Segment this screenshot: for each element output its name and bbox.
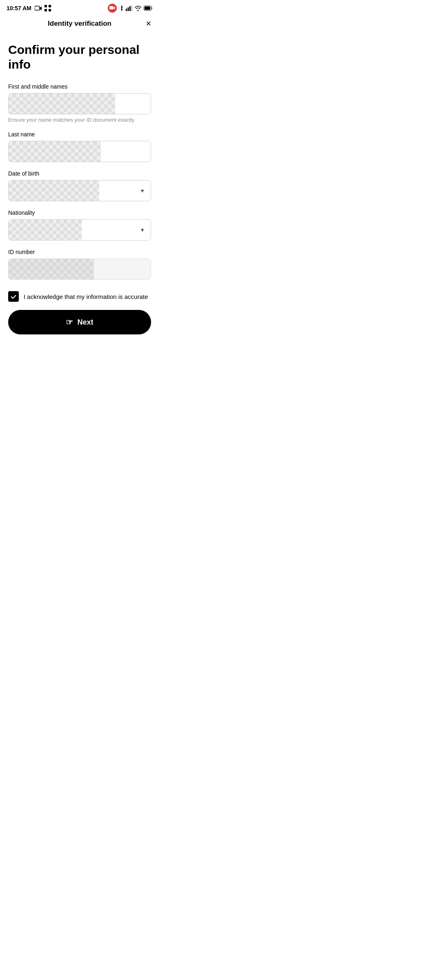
nationality-group: Nationality ▼ (8, 209, 151, 241)
dob-label: Date of birth (8, 170, 151, 177)
main-content: Confirm your personal info First and mid… (0, 33, 159, 343)
first-name-hint: Ensure your name matches your ID documen… (8, 117, 151, 123)
checkmark-icon (10, 293, 17, 300)
status-bar: 10:57 AM (0, 0, 159, 15)
svg-rect-1 (45, 5, 47, 7)
grid-icon (45, 5, 51, 11)
svg-rect-5 (109, 6, 113, 9)
header: Identity verification × (0, 15, 159, 33)
cursor-icon: ☞ (66, 317, 73, 327)
status-time: 10:57 AM (7, 5, 31, 11)
signal-icon (126, 5, 132, 11)
dob-group: Date of birth ▼ (8, 170, 151, 201)
nationality-select[interactable]: ▼ (8, 219, 151, 241)
last-name-group: Last name (8, 131, 151, 162)
video-icon (35, 6, 42, 11)
svg-rect-7 (128, 7, 129, 11)
svg-rect-4 (49, 9, 51, 11)
svg-rect-9 (131, 5, 133, 11)
first-name-label: First and middle names (8, 83, 151, 90)
svg-rect-11 (145, 7, 150, 10)
acknowledge-label: I acknowledge that my information is acc… (24, 292, 148, 301)
acknowledge-row[interactable]: I acknowledge that my information is acc… (8, 291, 151, 302)
battery-icon (144, 6, 153, 11)
status-icons-right (108, 4, 153, 13)
id-number-input[interactable] (8, 258, 151, 280)
last-name-label: Last name (8, 131, 151, 138)
id-number-label: ID number (8, 249, 151, 255)
svg-rect-2 (49, 5, 51, 7)
bluetooth-icon (119, 5, 124, 11)
id-number-group: ID number (8, 249, 151, 280)
svg-rect-6 (126, 9, 127, 11)
svg-rect-0 (35, 6, 40, 10)
dob-select[interactable]: ▼ (8, 180, 151, 201)
wifi-icon (134, 6, 142, 11)
svg-rect-8 (129, 6, 131, 11)
header-title: Identity verification (48, 20, 111, 28)
page-heading: Confirm your personal info (8, 42, 151, 72)
last-name-input[interactable] (8, 141, 151, 162)
nationality-label: Nationality (8, 209, 151, 216)
recording-badge (108, 4, 117, 13)
svg-rect-3 (45, 9, 47, 11)
first-name-input[interactable] (8, 93, 151, 114)
first-name-group: First and middle names Ensure your name … (8, 83, 151, 123)
next-button-label: Next (77, 318, 93, 327)
close-button[interactable]: × (146, 19, 151, 28)
next-button[interactable]: ☞ Next (8, 310, 151, 334)
acknowledge-checkbox[interactable] (8, 291, 19, 302)
